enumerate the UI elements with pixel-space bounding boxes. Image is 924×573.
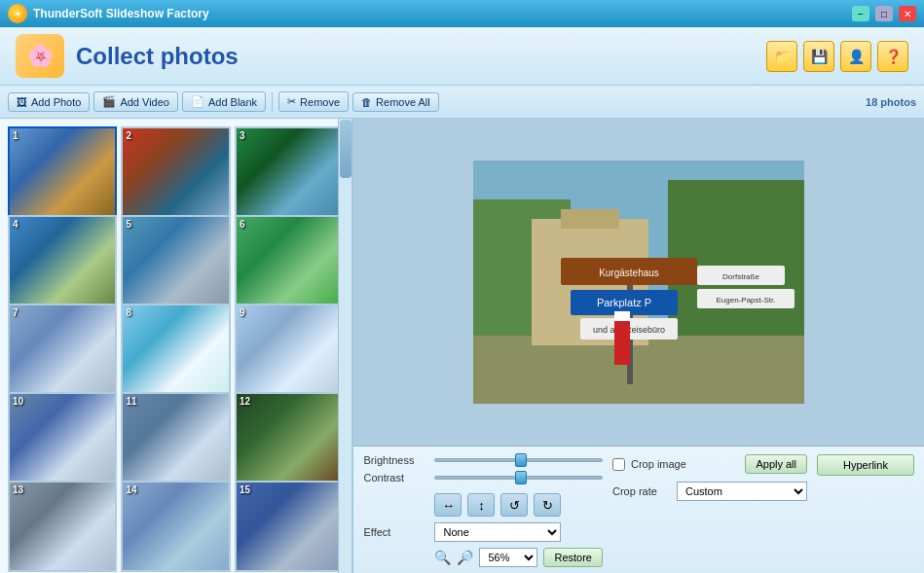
photo-thumb-8[interactable]: 8	[121, 304, 230, 395]
photo-thumb-7[interactable]: 7	[8, 304, 117, 395]
main-area: 123456789101112131415	[0, 119, 924, 573]
right-panel: Kurgästehaus Parkplatz P und abr Reisebü…	[353, 119, 924, 573]
crop-rate-row: Crop rate Custom 4:3 16:9 1:1 3:2	[612, 482, 807, 501]
photo-thumb-5[interactable]: 5	[121, 215, 230, 306]
transform-icons: ↔ ↕ ↺ ↻	[363, 493, 603, 517]
photo-thumb-9[interactable]: 9	[235, 304, 345, 395]
app-title: ThunderSoft Slideshow Factory	[33, 7, 846, 20]
remove-icon: ✂	[287, 95, 296, 108]
photo-panel: 123456789101112131415	[0, 119, 353, 573]
maximize-button[interactable]: □	[875, 6, 893, 21]
user-button[interactable]: 👤	[840, 41, 871, 72]
scrollbar-thumb[interactable]	[340, 120, 351, 178]
apply-all-button[interactable]: Apply all	[745, 454, 807, 474]
effect-row: Effect None Grayscale Sepia Blur Sharpen	[363, 522, 603, 542]
effect-select[interactable]: None Grayscale Sepia Blur Sharpen	[434, 522, 561, 542]
rotate-right-button[interactable]: ↻	[534, 493, 561, 517]
add-photo-button[interactable]: 🖼 Add Photo	[8, 92, 90, 112]
photo-thumb-1[interactable]: 1	[8, 126, 117, 218]
app-icon: ☀	[8, 4, 27, 23]
svg-rect-3	[473, 336, 804, 404]
scrollbar-track[interactable]	[338, 119, 351, 573]
svg-rect-17	[614, 316, 630, 365]
svg-text:Kurgästehaus: Kurgästehaus	[599, 268, 659, 278]
brightness-row: Brightness	[363, 454, 603, 466]
sliders-panel: Brightness Contrast ↔ ↕ ↺ ↻	[363, 454, 603, 565]
header-icon: 🌸	[16, 34, 64, 78]
svg-text:Dorfstraße: Dorfstraße	[722, 272, 759, 281]
photo-thumb-15[interactable]: 15	[235, 481, 345, 572]
photo-thumb-6[interactable]: 6	[235, 215, 345, 306]
preview-area: Kurgästehaus Parkplatz P und abr Reisebü…	[353, 119, 924, 447]
header: 🌸 Collect photos 📁 💾 👤 ❓	[0, 27, 924, 86]
save-button[interactable]: 💾	[803, 41, 834, 72]
minimize-button[interactable]: −	[852, 6, 869, 21]
header-tools: 📁 💾 👤 ❓	[766, 41, 908, 72]
zoom-out-icon[interactable]: 🔍	[434, 550, 451, 565]
brightness-track[interactable]	[434, 458, 603, 462]
controls-area: Brightness Contrast ↔ ↕ ↺ ↻	[353, 447, 924, 573]
remove-all-icon: 🗑	[361, 96, 372, 108]
remove-all-button[interactable]: 🗑 Remove All	[352, 92, 439, 112]
photo-thumb-14[interactable]: 14	[121, 481, 230, 572]
zoom-in-icon[interactable]: 🔎	[457, 550, 473, 565]
svg-rect-5	[561, 209, 619, 229]
contrast-thumb[interactable]	[515, 471, 527, 484]
svg-rect-18	[614, 311, 630, 321]
page-title: Collect photos	[76, 43, 239, 70]
remove-button[interactable]: ✂ Remove	[278, 91, 349, 112]
effect-label: Effect	[363, 526, 426, 538]
hyperlink-panel: Hyperlink	[817, 454, 914, 565]
svg-text:Eugen-Papst-Str.: Eugen-Papst-Str.	[717, 296, 776, 304]
hyperlink-button[interactable]: Hyperlink	[817, 454, 914, 476]
crop-image-row: Crop image Apply all	[612, 454, 807, 474]
flip-vertical-button[interactable]: ↕	[467, 493, 495, 517]
restore-button[interactable]: Restore	[543, 548, 603, 567]
add-photo-icon: 🖼	[17, 96, 27, 108]
crop-rate-label: Crop rate	[612, 485, 671, 497]
photo-thumb-11[interactable]: 11	[121, 392, 230, 483]
flip-horizontal-button[interactable]: ↔	[434, 493, 462, 517]
photo-thumb-3[interactable]: 3	[235, 126, 345, 218]
titlebar: ☀ ThunderSoft Slideshow Factory − □ ✕	[0, 0, 924, 27]
rotate-left-button[interactable]: ↺	[500, 493, 528, 517]
crop-rate-select[interactable]: Custom 4:3 16:9 1:1 3:2	[677, 482, 807, 501]
photo-count: 18 photos	[866, 96, 916, 108]
contrast-label: Contrast	[363, 472, 426, 483]
contrast-track[interactable]	[434, 476, 603, 480]
crop-image-label: Crop image	[631, 458, 686, 470]
add-blank-button[interactable]: 📄 Add Blank	[182, 91, 266, 112]
close-button[interactable]: ✕	[899, 6, 916, 21]
preview-image: Kurgästehaus Parkplatz P und abr Reisebü…	[473, 161, 804, 404]
svg-text:Parkplatz P: Parkplatz P	[597, 297, 651, 308]
toolbar: 🖼 Add Photo 🎬 Add Video 📄 Add Blank ✂ Re…	[0, 86, 924, 119]
contrast-row: Contrast	[363, 472, 603, 483]
photo-grid: 123456789101112131415	[0, 119, 351, 573]
toolbar-separator	[272, 92, 273, 112]
brightness-label: Brightness	[363, 454, 426, 466]
add-blank-icon: 📄	[191, 95, 204, 108]
zoom-select[interactable]: 25% 50% 56% 75% 100%	[479, 548, 537, 567]
photo-thumb-12[interactable]: 12	[235, 392, 345, 483]
zoom-row: 🔍 🔎 25% 50% 56% 75% 100% Restore	[363, 548, 603, 567]
photo-thumb-2[interactable]: 2	[121, 126, 230, 218]
crop-image-checkbox[interactable]	[612, 458, 625, 471]
photo-thumb-10[interactable]: 10	[8, 392, 117, 483]
photo-thumb-4[interactable]: 4	[8, 215, 117, 306]
photo-thumb-13[interactable]: 13	[8, 481, 117, 572]
brightness-thumb[interactable]	[515, 453, 527, 467]
crop-panel: Crop image Apply all Crop rate Custom 4:…	[612, 454, 807, 565]
open-folder-button[interactable]: 📁	[766, 41, 797, 72]
add-video-icon: 🎬	[102, 95, 116, 108]
help-button[interactable]: ❓	[877, 41, 908, 72]
add-video-button[interactable]: 🎬 Add Video	[93, 91, 178, 112]
